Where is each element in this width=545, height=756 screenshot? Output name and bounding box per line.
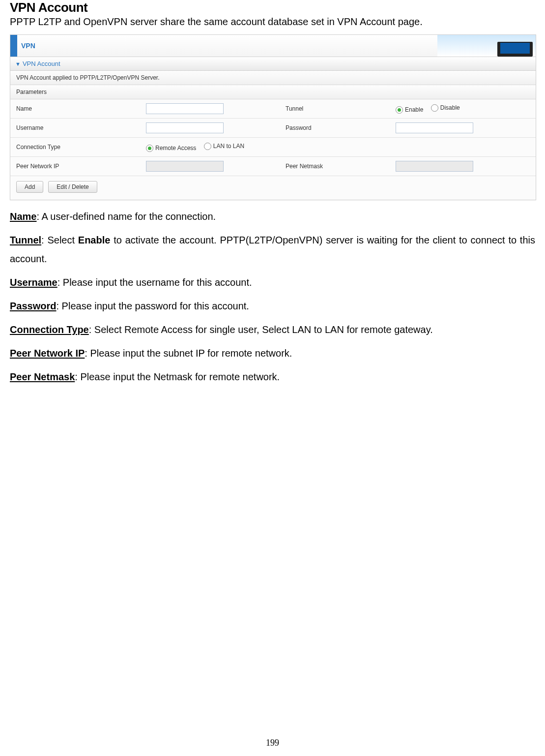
tunnel-disable-radio[interactable]: Disable: [431, 104, 460, 112]
add-button[interactable]: Add: [16, 181, 43, 193]
term-name: Name: [10, 211, 36, 222]
radio-checked-icon: [396, 106, 403, 114]
label-name: Name: [10, 99, 140, 119]
definition-connection-type: Connection Type: Select Remote Access fo…: [10, 320, 535, 339]
label-peer-network-ip: Peer Network IP: [10, 157, 140, 176]
peer-netmask-input[interactable]: [396, 161, 473, 172]
label-password: Password: [280, 119, 390, 138]
password-input[interactable]: [396, 122, 473, 133]
section-description: VPN Account applied to PPTP/L2TP/OpenVPN…: [10, 71, 536, 85]
definition-password: Password: Please input the password for …: [10, 297, 535, 315]
header-decorative-image: [437, 35, 536, 57]
term-connection-type: Connection Type: [10, 324, 89, 335]
definition-name: Name: A user-defined name for the connec…: [10, 207, 535, 226]
radio-unchecked-icon: [431, 104, 438, 112]
tunnel-enable-radio[interactable]: Enable: [396, 106, 423, 114]
term-peer-netmask: Peer Netmask: [10, 371, 75, 382]
vpn-header: VPN: [10, 35, 536, 57]
vpn-screenshot-panel: VPN ▼VPN Account VPN Account applied to …: [10, 34, 536, 200]
definition-peer-network-ip: Peer Network IP: Please input the subnet…: [10, 344, 535, 363]
enable-label: Enable: [405, 106, 423, 113]
label-connection-type: Connection Type: [10, 138, 140, 157]
lan-to-lan-radio[interactable]: LAN to LAN: [204, 143, 244, 150]
definition-peer-netmask: Peer Netmask: Please input the Netmask f…: [10, 367, 535, 386]
name-input[interactable]: [146, 103, 224, 114]
section-header[interactable]: ▼VPN Account: [10, 57, 536, 71]
term-password: Password: [10, 301, 56, 311]
term-tunnel: Tunnel: [10, 235, 41, 245]
remote-access-radio[interactable]: Remote Access: [146, 145, 196, 152]
label-username: Username: [10, 119, 140, 138]
chevron-down-icon: ▼: [15, 61, 21, 67]
term-peer-network-ip: Peer Network IP: [10, 348, 85, 359]
definition-username: Username: Please input the username for …: [10, 273, 535, 292]
parameters-header: Parameters: [10, 85, 536, 99]
lan-to-lan-label: LAN to LAN: [213, 143, 244, 150]
radio-unchecked-icon: [204, 143, 211, 150]
term-username: Username: [10, 277, 57, 288]
label-tunnel: Tunnel: [280, 99, 390, 119]
remote-access-label: Remote Access: [155, 145, 196, 151]
header-title: VPN: [21, 42, 437, 50]
page-title: VPN Account: [10, 0, 535, 15]
disable-label: Disable: [440, 104, 460, 111]
page-subtitle: PPTP L2TP and OpenVPN server share the s…: [10, 16, 535, 28]
button-row: Add Edit / Delete: [10, 176, 536, 200]
section-title: VPN Account: [23, 60, 60, 67]
label-peer-netmask: Peer Netmask: [280, 157, 390, 176]
edit-delete-button[interactable]: Edit / Delete: [48, 181, 97, 193]
header-accent-bar: [10, 35, 17, 57]
username-input[interactable]: [146, 122, 224, 133]
parameters-table: Name Tunnel Enable Disable Username: [10, 99, 536, 176]
definition-tunnel: Tunnel: Select Enable to activate the ac…: [10, 231, 535, 268]
page-number: 199: [0, 738, 545, 748]
peer-network-ip-input[interactable]: [146, 161, 224, 172]
radio-checked-icon: [146, 145, 153, 152]
